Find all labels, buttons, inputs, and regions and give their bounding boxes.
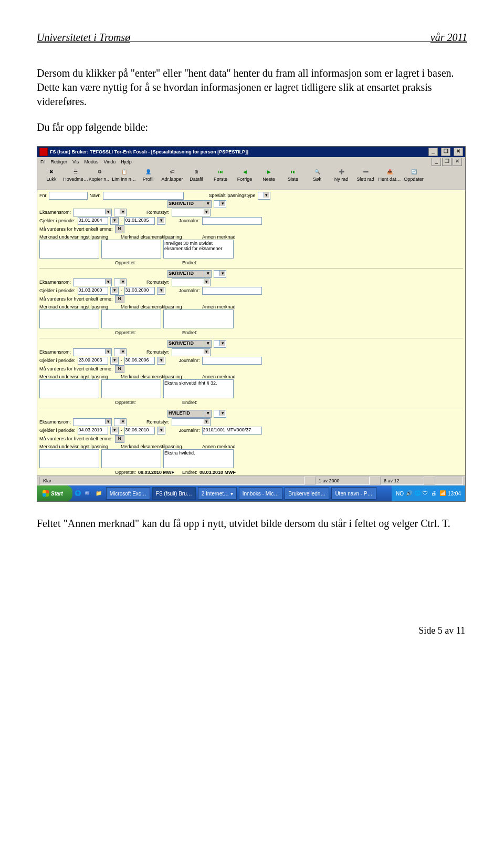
eksamensrom-dropdown[interactable]: [73, 418, 112, 426]
fnr-input[interactable]: [49, 192, 88, 200]
annen-merknad-input[interactable]: Ekstra skrivetid ihht § 32.: [163, 379, 234, 398]
periode-fra-dd[interactable]: [110, 427, 119, 435]
tool-sok[interactable]: 🔍Søk: [305, 168, 329, 182]
tool-neste[interactable]: ▶Neste: [257, 168, 281, 182]
vurderes-input[interactable]: N: [115, 225, 124, 233]
eksamensrom-sub[interactable]: [114, 209, 127, 216]
close-button[interactable]: ✕: [454, 148, 463, 156]
periode-fra-dd[interactable]: [110, 217, 119, 225]
romutstyr-dropdown[interactable]: [172, 418, 211, 426]
mdi-minimize-button[interactable]: _: [432, 158, 441, 166]
eksamensrom-sub[interactable]: [114, 278, 127, 286]
merk-eksamen-input[interactable]: [101, 309, 161, 328]
periode-fra-input[interactable]: 23.09.2003: [78, 357, 108, 365]
periode-til-input[interactable]: 01.01.2005: [124, 217, 155, 225]
mdi-close-button[interactable]: ✕: [453, 158, 462, 166]
tray-icon-2[interactable]: 🌐: [414, 490, 421, 497]
quicklaunch-ie-icon[interactable]: 🌐: [75, 490, 81, 497]
task-excel[interactable]: Microsoft Exc…: [106, 487, 150, 500]
periode-fra-dd[interactable]: [110, 357, 119, 365]
merk-under-input[interactable]: [39, 309, 99, 328]
type-dropdown[interactable]: SKRIVETID: [167, 270, 212, 278]
tool-lukk[interactable]: ✖Lukk: [39, 168, 64, 182]
periode-til-dd[interactable]: [157, 427, 165, 435]
menu-hjelp[interactable]: Hjelp: [121, 159, 132, 164]
journalnr-input[interactable]: 2010/1001 MTV000/37: [202, 427, 262, 435]
periode-fra-input[interactable]: 01.03.2000: [78, 287, 108, 295]
periode-til-dd[interactable]: [157, 357, 165, 365]
merk-eksamen-input[interactable]: [101, 240, 161, 259]
type-dropdown[interactable]: SKRIVETID: [167, 200, 212, 208]
tool-forste[interactable]: ⏮Første: [208, 168, 233, 182]
vurderes-input[interactable]: N: [115, 435, 124, 443]
menu-modus[interactable]: Modus: [84, 159, 98, 164]
tool-ny-rad[interactable]: ➕Ny rad: [329, 168, 353, 182]
periode-til-input[interactable]: 31.03.2000: [124, 287, 155, 295]
periode-til-input[interactable]: 30.06.2006: [124, 357, 155, 365]
periode-fra-input[interactable]: 04.03.2010: [78, 427, 108, 435]
tool-datafil[interactable]: 🗎Datafil: [184, 168, 208, 182]
journalnr-input[interactable]: [202, 357, 262, 365]
annen-merknad-input[interactable]: [163, 309, 234, 328]
task-fs[interactable]: FS (fsuit) Bru…: [152, 487, 196, 500]
menu-rediger[interactable]: Rediger: [51, 159, 68, 164]
romutstyr-dropdown[interactable]: [172, 209, 211, 216]
eksamensrom-dropdown[interactable]: [73, 209, 112, 216]
merk-under-input[interactable]: [39, 379, 99, 398]
task-internet[interactable]: 2 Internet… ▾: [198, 487, 237, 500]
tool-kopier[interactable]: ⧉Kopier n…: [88, 168, 112, 182]
task-brukerveiledn[interactable]: Brukerveiledn…: [285, 487, 329, 500]
journalnr-input[interactable]: [202, 287, 262, 295]
task-uten-navn[interactable]: Uten navn - P…: [331, 487, 376, 500]
type-sub-dropdown[interactable]: [214, 410, 226, 418]
romutstyr-dropdown[interactable]: [172, 278, 211, 286]
tool-lim-inn[interactable]: 📋Lim inn n…: [112, 168, 136, 182]
tool-adrlapper[interactable]: 🏷Adr.lapper: [160, 168, 184, 182]
eksamensrom-sub[interactable]: [114, 418, 127, 426]
periode-fra-dd[interactable]: [110, 287, 119, 295]
tool-forrige[interactable]: ◀Forrige: [233, 168, 257, 182]
tool-siste[interactable]: ⏭Siste: [281, 168, 305, 182]
eksamensrom-dropdown[interactable]: [73, 348, 112, 356]
merk-under-input[interactable]: [39, 240, 99, 259]
periode-til-dd[interactable]: [157, 217, 165, 225]
tray-icon-1[interactable]: 🔊: [406, 490, 412, 497]
tray-icon-5[interactable]: 📶: [439, 490, 446, 497]
quicklaunch-explorer-icon[interactable]: 📁: [96, 490, 102, 497]
tray-icon-4[interactable]: 🖨: [431, 490, 437, 497]
tool-hovedme[interactable]: ☰Hovedme…: [64, 168, 88, 182]
type-sub-dropdown[interactable]: [214, 340, 226, 348]
tool-profil[interactable]: 👤Profil: [136, 168, 160, 182]
vurderes-input[interactable]: N: [115, 295, 124, 303]
periode-til-dd[interactable]: [157, 287, 165, 295]
annen-merknad-input[interactable]: Ekstra hviletid.: [163, 449, 234, 468]
type-sub-dropdown[interactable]: [214, 270, 226, 278]
type-dropdown[interactable]: SKRIVETID: [167, 340, 212, 348]
tool-slett-rad[interactable]: ➖Slett rad: [353, 168, 377, 182]
spesialtype-dropdown[interactable]: [258, 192, 270, 200]
merk-under-input[interactable]: [39, 449, 99, 468]
periode-til-input[interactable]: 30.06.2010: [124, 427, 155, 435]
vurderes-input[interactable]: N: [115, 365, 124, 373]
romutstyr-dropdown[interactable]: [172, 348, 211, 356]
menu-fil[interactable]: Fil: [40, 159, 46, 164]
tool-hent-dat[interactable]: 📥Hent dat…: [377, 168, 402, 182]
menu-vis[interactable]: Vis: [72, 159, 79, 164]
eksamensrom-dropdown[interactable]: [73, 278, 112, 286]
start-button[interactable]: Start: [37, 486, 72, 501]
menu-vindu[interactable]: Vindu: [103, 159, 116, 164]
mdi-restore-button[interactable]: ❐: [442, 158, 452, 166]
task-innboks[interactable]: Innboks - Mic…: [239, 487, 282, 500]
merk-eksamen-input[interactable]: [101, 379, 161, 398]
type-dropdown[interactable]: HVILETID: [167, 410, 212, 418]
periode-fra-input[interactable]: 01.01.2004: [78, 217, 108, 225]
minimize-button[interactable]: _: [428, 148, 438, 156]
navn-input[interactable]: [103, 192, 184, 200]
annen-merknad-input[interactable]: Innvilget 30 min utvidet eksamenstid for…: [163, 240, 234, 259]
quicklaunch-outlook-icon[interactable]: ✉: [85, 490, 91, 497]
tray-icon-3[interactable]: 🛡: [423, 490, 429, 497]
journalnr-input[interactable]: [202, 217, 262, 225]
tray-lang[interactable]: NO: [396, 491, 404, 497]
eksamensrom-sub[interactable]: [114, 348, 127, 356]
maximize-button[interactable]: ❐: [441, 148, 450, 156]
